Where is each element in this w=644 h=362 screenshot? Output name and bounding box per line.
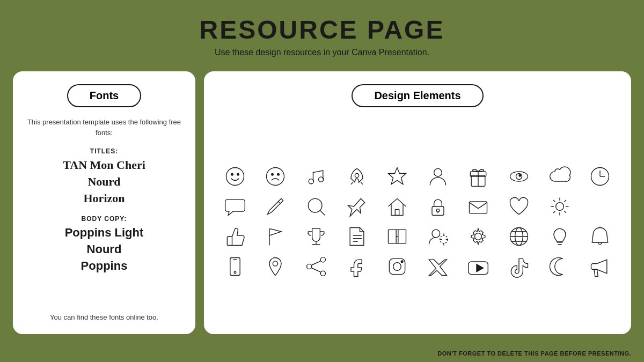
icon-home [379,195,415,218]
footer-note: DON'T FORGET TO DELETE THIS PAGE BEFORE … [437,350,631,357]
svg-line-72 [312,268,321,271]
fonts-description: This presentation template uses the foll… [26,117,182,138]
svg-point-55 [475,233,482,240]
icon-bell [582,225,618,248]
svg-line-34 [564,211,566,213]
svg-point-66 [234,271,236,274]
icon-phone [217,255,253,278]
titles-fonts-list: TITLES: TAN Mon Cheri Nourd Horizon [63,147,145,206]
icon-gift [460,165,497,188]
design-elements-badge: Design Elements [352,84,483,107]
icon-pencil [258,195,294,218]
svg-point-68 [320,257,325,262]
svg-rect-23 [396,209,399,215]
svg-line-35 [564,200,566,202]
svg-line-36 [553,211,555,213]
icon-book [379,225,415,248]
icon-settings-person [420,225,456,248]
page-header: RESOURCE PAGE Use these design resources… [0,0,644,63]
icon-sun [541,195,578,218]
svg-line-71 [312,261,321,264]
svg-rect-27 [470,201,487,213]
font-body-3: Poppins [65,258,144,275]
svg-point-74 [393,262,401,270]
svg-marker-9 [389,167,406,184]
icon-person [420,165,456,188]
icon-placeholder-2 [582,195,618,218]
svg-point-16 [519,174,521,176]
svg-rect-45 [398,230,406,243]
fonts-card: Fonts This presentation template uses th… [13,71,195,334]
svg-point-10 [434,168,442,176]
font-title-1: TAN Mon Cheri [63,157,145,174]
svg-point-75 [401,261,404,263]
body-label: BODY COPY: [65,215,144,223]
svg-point-8 [355,173,358,177]
icon-star [379,165,415,188]
icon-lock [420,195,456,218]
svg-line-33 [553,200,555,202]
page-subtitle: Use these design resources in your Canva… [0,48,644,57]
icon-music [298,165,334,188]
svg-line-22 [320,210,325,215]
svg-point-2 [237,173,239,175]
icons-grid [217,121,618,321]
svg-point-67 [273,261,278,265]
svg-point-14 [510,171,528,181]
font-body-1: Poppins Light [65,225,144,241]
svg-point-69 [307,264,312,269]
icon-eye [501,165,537,188]
svg-point-5 [277,173,280,175]
cards-container: Fonts This presentation template uses th… [13,71,631,334]
icon-share [298,255,334,278]
icon-flag [258,225,294,248]
svg-point-6 [309,179,313,183]
font-body-2: Nourd [65,241,144,258]
svg-point-49 [432,230,440,238]
icon-instagram [379,255,415,278]
svg-rect-44 [389,230,397,243]
icon-globe [501,225,537,248]
titles-label: TITLES: [63,147,145,155]
icon-clock [582,165,618,188]
icon-chat [217,195,253,218]
icon-rocket [339,165,375,188]
svg-point-1 [231,173,233,175]
icon-mail [460,195,497,218]
svg-point-25 [436,209,440,212]
page-title: RESOURCE PAGE [0,15,644,45]
icon-pin [339,195,375,218]
svg-rect-24 [432,206,444,216]
icon-gear [460,225,497,248]
svg-point-28 [555,202,564,210]
svg-point-4 [272,173,274,175]
svg-point-3 [267,167,284,185]
svg-rect-64 [230,257,240,275]
svg-point-21 [308,198,322,212]
icon-tiktok [501,255,537,278]
icon-facebook [339,255,375,278]
icon-moon [541,255,578,278]
icon-sad [258,165,294,188]
icon-search [298,195,334,218]
icon-bulb [541,225,578,248]
icon-trophy [298,225,334,248]
font-title-2: Nourd [63,174,145,190]
icon-thumbsup [217,225,253,248]
fonts-footer: You can find these fonts online too. [50,313,158,321]
svg-line-20 [279,201,281,203]
body-fonts-list: BODY COPY: Poppins Light Nourd Poppins [65,215,144,274]
design-elements-card: Design Elements [204,71,631,334]
icon-smiley [217,165,253,188]
svg-point-0 [226,167,244,185]
icon-cloud [541,165,578,188]
fonts-badge: Fonts [67,84,141,107]
icon-youtube [460,255,497,278]
svg-point-70 [320,271,325,276]
svg-marker-77 [477,263,485,272]
icon-document [339,225,375,248]
icon-twitter [420,255,456,278]
icon-heart [501,195,537,218]
font-title-3: Horizon [63,190,145,207]
svg-point-15 [516,173,522,179]
